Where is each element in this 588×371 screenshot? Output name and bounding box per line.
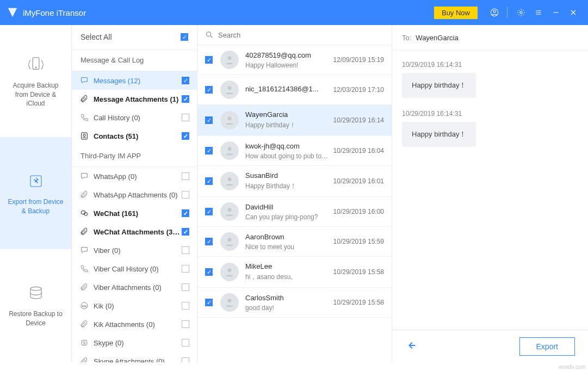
app-title: iMyFone iTransor [23, 8, 86, 17]
clip-icon [79, 282, 89, 292]
message-checkbox[interactable] [205, 116, 213, 124]
avatar [220, 172, 239, 190]
category-row[interactable]: Messages (12) [72, 71, 197, 90]
clip-icon [79, 227, 89, 237]
category-row[interactable]: Viber (0) [72, 241, 197, 259]
message-checkbox[interactable] [205, 177, 213, 185]
clip-icon [79, 94, 89, 104]
category-checkbox[interactable] [182, 246, 189, 254]
menu-icon[interactable] [530, 4, 547, 21]
avatar [220, 293, 239, 312]
message-row[interactable]: kwok-jh@qq.comHow about going to pub tod… [197, 136, 392, 166]
category-checkbox[interactable] [182, 302, 189, 310]
message-checkbox[interactable] [205, 268, 213, 276]
select-all-checkbox[interactable] [181, 33, 188, 41]
clip-icon [79, 356, 89, 362]
message-row[interactable]: WayenGarciaHappy birthday！10/29/2019 16:… [197, 105, 392, 136]
category-row[interactable]: Kik Attachments (0) [72, 315, 197, 333]
phone-icon [79, 264, 89, 274]
category-label: Message Attachments (1) [94, 95, 182, 103]
message-preview: Can you play ping-pong? [245, 213, 329, 221]
category-row[interactable]: Viber Call History (0) [72, 259, 197, 278]
avatar [220, 51, 239, 69]
message-row[interactable]: DavidHillCan you play ping-pong?10/29/20… [197, 197, 392, 227]
back-button[interactable] [405, 339, 417, 353]
category-row[interactable]: WhatsApp Attachments (0) [72, 186, 197, 204]
category-row[interactable]: SSkype (0) [72, 333, 197, 352]
category-checkbox[interactable] [182, 172, 189, 180]
avatar [220, 81, 239, 99]
category-row[interactable]: WhatsApp (0) [72, 167, 197, 186]
message-row[interactable]: 402878519@qq.comHappy Halloween!12/09/20… [197, 45, 392, 75]
message-from: WayenGarcia [245, 110, 329, 119]
message-row[interactable]: nic_18161214386@1...12/03/2019 17:10 [197, 75, 392, 105]
message-time: 12/09/2019 15:19 [333, 56, 384, 64]
minimize-icon[interactable] [548, 4, 564, 21]
bubble-time: 10/29/2019 16:14:31 [402, 110, 578, 118]
category-row[interactable]: WeChat Attachments (33... [72, 222, 197, 241]
category-checkbox[interactable] [182, 357, 189, 362]
svg-point-1 [493, 10, 496, 13]
category-checkbox[interactable] [182, 339, 189, 347]
category-row[interactable]: Call History (0) [72, 108, 197, 127]
category-checkbox[interactable] [182, 95, 189, 103]
message-checkbox[interactable] [205, 147, 213, 154]
category-label: Kik (0) [94, 302, 182, 310]
category-checkbox[interactable] [182, 283, 189, 291]
nav-item-2[interactable]: Restore Backup to Device [0, 249, 71, 361]
gear-icon[interactable] [513, 4, 529, 21]
skype-icon: S [79, 338, 89, 348]
export-button[interactable]: Export [519, 337, 575, 356]
message-list-panel: 402878519@qq.comHappy Halloween!12/09/20… [197, 25, 392, 362]
select-all-row[interactable]: Select All [72, 25, 197, 50]
chat-icon [79, 171, 89, 181]
message-preview: How about going to pub today? [245, 152, 329, 160]
search-bar [197, 25, 392, 45]
nav-item-0[interactable]: Acquire Backup from Device & iCloud [0, 25, 71, 137]
category-row[interactable]: Message Attachments (1) [72, 90, 197, 108]
category-checkbox[interactable] [182, 114, 189, 121]
svg-point-23 [228, 238, 232, 242]
category-row[interactable]: Skype Attachments (0) [72, 352, 197, 362]
message-checkbox[interactable] [205, 208, 213, 215]
category-checkbox[interactable] [182, 191, 189, 199]
buy-now-button[interactable]: Buy Now [434, 7, 478, 19]
category-checkbox[interactable] [182, 320, 189, 328]
category-label: WeChat Attachments (33... [94, 228, 182, 236]
close-icon[interactable] [565, 4, 581, 21]
message-row[interactable]: MikeLeehi，asano desu。10/29/2019 15:58 [197, 257, 392, 288]
category-row[interactable]: Viber Attachments (0) [72, 278, 197, 296]
user-icon[interactable] [486, 4, 503, 21]
category-row[interactable]: KikKik (0) [72, 296, 197, 315]
category-row[interactable]: WeChat (161) [72, 204, 197, 222]
search-icon [205, 30, 214, 39]
message-from: AaronBrown [245, 233, 329, 241]
message-row[interactable]: CarlosSmithgood day!10/29/2019 15:58 [197, 288, 392, 318]
message-preview: Happy birthday！ [245, 121, 329, 130]
message-checkbox[interactable] [205, 238, 213, 245]
message-from: DavidHill [245, 203, 329, 211]
wechat-icon [79, 208, 89, 218]
category-checkbox[interactable] [182, 228, 189, 236]
category-checkbox[interactable] [182, 265, 189, 273]
avatar [220, 111, 239, 129]
message-from: kwok-jh@qq.com [245, 142, 329, 150]
category-label: Messages (12) [94, 77, 182, 85]
nav-item-1[interactable]: Export from Device & Backup [0, 137, 71, 249]
message-row[interactable]: SusanBirdHappy Birthday！10/29/2019 16:01 [197, 166, 392, 197]
to-label: To: [402, 34, 411, 42]
category-checkbox[interactable] [182, 209, 189, 217]
message-checkbox[interactable] [205, 299, 213, 306]
category-checkbox[interactable] [182, 132, 189, 140]
left-nav: Acquire Backup from Device & iCloudExpor… [0, 25, 72, 362]
message-time: 10/29/2019 16:01 [333, 177, 384, 185]
message-checkbox[interactable] [205, 86, 213, 94]
message-checkbox[interactable] [205, 56, 213, 64]
watermark: wsxdn.com [559, 364, 586, 370]
category-checkbox[interactable] [182, 77, 189, 84]
avatar [220, 202, 239, 221]
category-row[interactable]: Contacts (51) [72, 127, 197, 145]
search-input[interactable] [218, 31, 384, 39]
message-preview: hi，asano desu。 [245, 273, 329, 282]
message-row[interactable]: AaronBrownNice to meet you10/29/2019 15:… [197, 227, 392, 257]
